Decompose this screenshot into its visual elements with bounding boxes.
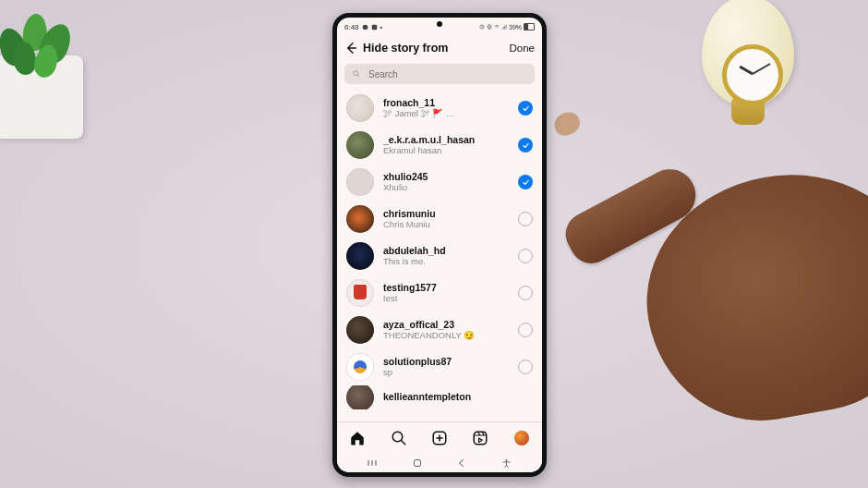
user-subtitle: This is me. xyxy=(383,256,509,266)
user-username: _e.k.r.a.m.u.l_hasan xyxy=(383,135,509,146)
search-icon xyxy=(352,69,361,79)
user-username: fronach_11 xyxy=(383,98,509,109)
user-subtitle: THEONEANDONLY 😏 xyxy=(383,330,509,340)
user-subtitle: Ekramul hasan xyxy=(383,145,509,155)
selection-unchecked[interactable] xyxy=(518,249,533,263)
avatar xyxy=(346,94,374,122)
user-row[interactable]: solutionplus87sp xyxy=(337,348,542,385)
svg-point-3 xyxy=(354,71,358,76)
user-text: testing1577test xyxy=(383,283,509,304)
user-subtitle: Xhulio xyxy=(383,182,509,192)
bottom-tab-bar xyxy=(337,421,542,454)
selection-unchecked[interactable] xyxy=(518,360,533,374)
android-home-button[interactable] xyxy=(411,457,424,470)
user-row[interactable]: testing1577test xyxy=(337,274,542,311)
accessibility-icon xyxy=(501,458,512,469)
decor-clock xyxy=(674,0,813,157)
status-more-icon: • xyxy=(380,24,382,30)
user-username: solutionplus87 xyxy=(383,357,509,368)
user-text: _e.k.r.a.m.u.l_hasanEkramul hasan xyxy=(383,135,509,156)
user-text: ayza_offical_23THEONEANDONLY 😏 xyxy=(383,320,509,341)
user-subtitle: Chris Muniu xyxy=(383,219,509,229)
avatar xyxy=(346,353,374,381)
svg-rect-6 xyxy=(475,432,488,445)
android-home-icon xyxy=(412,458,423,469)
tab-search[interactable] xyxy=(391,430,407,446)
svg-point-8 xyxy=(506,458,508,460)
selection-checked[interactable] xyxy=(518,138,533,152)
battery-text: 39% xyxy=(509,24,522,30)
avatar xyxy=(346,205,374,233)
user-subtitle: 🕊 Jamel 🕊 🚩 … xyxy=(383,108,509,118)
app-header: Hide story from Done xyxy=(337,34,542,62)
user-text: xhulio245Xhulio xyxy=(383,172,509,193)
search-bar[interactable] xyxy=(344,64,535,84)
page-title: Hide story from xyxy=(363,42,510,55)
avatar xyxy=(346,279,374,307)
user-row[interactable]: xhulio245Xhulio xyxy=(337,164,542,201)
vibrate-icon xyxy=(487,24,492,30)
svg-point-0 xyxy=(362,24,368,30)
user-list[interactable]: fronach_11🕊 Jamel 🕊 🚩 …_e.k.r.a.m.u.l_ha… xyxy=(337,90,542,421)
tab-reels[interactable] xyxy=(472,430,488,446)
status-notif-icon xyxy=(371,24,378,30)
tab-home[interactable] xyxy=(349,430,366,446)
user-username: chrismuniu xyxy=(383,209,509,220)
user-row[interactable]: abdulelah_hdThis is me. xyxy=(337,238,542,274)
decor-plant xyxy=(0,37,92,148)
user-text: abdulelah_hdThis is me. xyxy=(383,246,509,267)
alarm-icon xyxy=(479,24,485,30)
camera-hole xyxy=(437,21,442,27)
user-username: abdulelah_hd xyxy=(383,246,509,257)
user-username: xhulio245 xyxy=(383,172,509,183)
phone-screen: 6:48 • 39% Hide story from Done xyxy=(337,18,542,472)
android-accessibility-button[interactable] xyxy=(500,457,513,470)
user-row-partial[interactable]: kellieanntempleton xyxy=(337,385,542,409)
phone-frame: 6:48 • 39% Hide story from Done xyxy=(332,13,547,477)
selection-unchecked[interactable] xyxy=(518,286,533,300)
user-text: fronach_11🕊 Jamel 🕊 🚩 … xyxy=(383,98,509,119)
user-row[interactable]: ayza_offical_23THEONEANDONLY 😏 xyxy=(337,311,542,348)
search-icon xyxy=(391,430,407,446)
android-nav-bar xyxy=(337,454,542,472)
selection-checked[interactable] xyxy=(518,101,533,116)
tab-create[interactable] xyxy=(431,430,448,446)
tab-profile[interactable] xyxy=(513,430,530,446)
battery-icon xyxy=(524,23,535,30)
android-back-icon xyxy=(456,458,467,469)
user-username: kellieanntempleton xyxy=(383,392,533,403)
status-app-icon xyxy=(362,24,368,30)
user-row[interactable]: fronach_11🕊 Jamel 🕊 🚩 … xyxy=(337,90,542,127)
avatar xyxy=(346,131,374,159)
selection-checked[interactable] xyxy=(518,175,533,189)
wifi-icon xyxy=(494,24,500,30)
avatar xyxy=(346,385,374,409)
user-text: chrismuniuChris Muniu xyxy=(383,209,509,230)
check-icon xyxy=(522,178,530,187)
check-icon xyxy=(522,104,530,113)
back-button[interactable] xyxy=(343,40,359,56)
android-recent-button[interactable] xyxy=(366,457,379,470)
user-row[interactable]: _e.k.r.a.m.u.l_hasanEkramul hasan xyxy=(337,127,542,164)
svg-rect-7 xyxy=(414,460,420,467)
user-username: ayza_offical_23 xyxy=(383,320,509,331)
avatar xyxy=(346,242,374,270)
svg-rect-1 xyxy=(371,24,377,30)
selection-unchecked[interactable] xyxy=(518,212,533,226)
check-icon xyxy=(522,141,530,150)
android-back-button[interactable] xyxy=(455,457,468,470)
user-text: solutionplus87sp xyxy=(383,357,509,378)
user-username: testing1577 xyxy=(383,283,509,294)
svg-point-4 xyxy=(392,432,403,442)
add-post-icon xyxy=(431,430,448,446)
selection-unchecked[interactable] xyxy=(518,323,533,337)
reels-icon xyxy=(472,430,488,446)
done-button[interactable]: Done xyxy=(510,43,536,54)
search-input[interactable] xyxy=(367,68,527,80)
status-time: 6:48 xyxy=(344,23,359,31)
home-icon xyxy=(349,430,366,446)
profile-avatar-icon xyxy=(514,431,529,445)
recent-icon xyxy=(367,458,378,469)
user-subtitle: test xyxy=(383,293,509,303)
user-row[interactable]: chrismuniuChris Muniu xyxy=(337,201,542,238)
